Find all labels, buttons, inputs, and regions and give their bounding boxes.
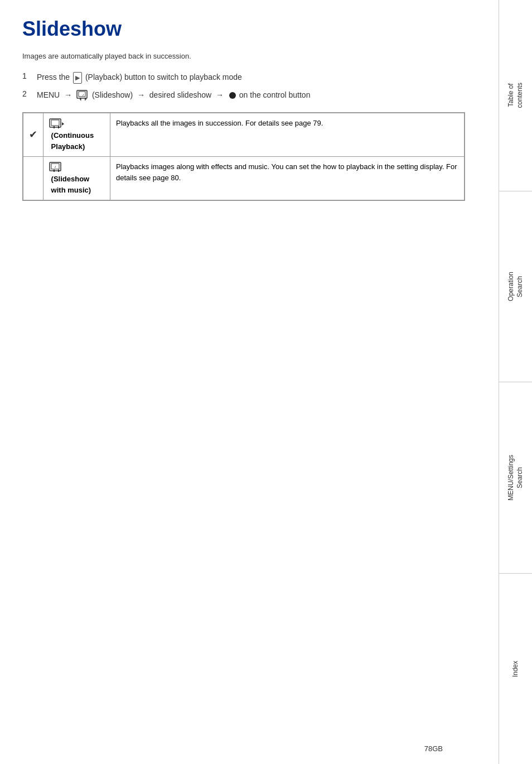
step-1-text: Press the ▶ (Playback) button to switch … bbox=[37, 71, 242, 84]
arrow-2: → bbox=[137, 90, 147, 99]
desc-cell-continuous: Playbacks all the images in succession. … bbox=[110, 113, 465, 157]
continuous-playback-icon bbox=[49, 118, 65, 130]
step-1: 1 Press the ▶ (Playback) button to switc… bbox=[22, 71, 476, 84]
page-wrapper: Slideshow Images are automatically playe… bbox=[0, 0, 532, 764]
svg-rect-2 bbox=[80, 98, 81, 100]
circle-icon bbox=[229, 92, 236, 99]
sidebar-toc-label: Table ofcontents bbox=[507, 83, 524, 108]
icon-cell-slideshow: ♪ (Slideshow with music) bbox=[43, 157, 110, 200]
sidebar-section-toc[interactable]: Table ofcontents bbox=[499, 0, 532, 191]
continuous-playback-label: (Continuous Playback) bbox=[49, 131, 94, 151]
table-container: ✔ (Continu bbox=[22, 112, 465, 201]
sidebar-menu-label: MENU/SettingsSearch bbox=[507, 455, 524, 501]
sidebar: Table ofcontents OperationSearch MENU/Se… bbox=[499, 0, 532, 764]
table-row-continuous: ✔ (Continu bbox=[23, 113, 465, 157]
step-2-desired: desired slideshow bbox=[149, 90, 211, 99]
step-2-text: MENU → ♪ (Slideshow) → desired slideshow… bbox=[37, 89, 310, 101]
check-cell-slideshow bbox=[23, 157, 43, 200]
svg-rect-10 bbox=[58, 126, 59, 128]
page-number: 78GB bbox=[424, 744, 443, 753]
sidebar-index-label: Index bbox=[511, 661, 520, 677]
sidebar-section-menu[interactable]: MENU/SettingsSearch bbox=[499, 382, 532, 574]
step-2-number: 2 bbox=[22, 89, 33, 98]
checkmark-icon: ✔ bbox=[29, 129, 37, 140]
step-2: 2 MENU → ♪ (Slideshow) → desired slidesh… bbox=[22, 89, 476, 101]
svg-rect-15 bbox=[54, 170, 55, 172]
svg-rect-16 bbox=[58, 170, 59, 172]
svg-rect-6 bbox=[51, 120, 59, 126]
features-table: ✔ (Continu bbox=[23, 113, 465, 200]
arrow-1: → bbox=[64, 90, 72, 99]
svg-rect-3 bbox=[85, 98, 86, 100]
main-content: Slideshow Images are automatically playe… bbox=[0, 0, 499, 764]
slideshow-music-icon: ♪ bbox=[49, 161, 65, 174]
sidebar-section-operation[interactable]: OperationSearch bbox=[499, 191, 532, 383]
svg-text:♪: ♪ bbox=[54, 165, 56, 169]
playback-icon: ▶ bbox=[73, 72, 82, 84]
icon-cell-continuous: (Continuous Playback) bbox=[43, 113, 110, 157]
step-2-end: on the control button bbox=[239, 90, 311, 99]
desc-cell-slideshow: Playbacks images along with effects and … bbox=[110, 157, 465, 200]
subtitle: Images are automatically played back in … bbox=[22, 52, 476, 60]
page-title: Slideshow bbox=[22, 17, 476, 41]
slideshow-icon-step2: ♪ bbox=[76, 90, 90, 101]
table-row-slideshow-music: ♪ (Slideshow with music) Playbacks image… bbox=[23, 157, 465, 200]
continuous-playback-desc: Playbacks all the images in succession. … bbox=[116, 119, 323, 127]
svg-text:♪: ♪ bbox=[82, 93, 84, 97]
svg-rect-9 bbox=[54, 126, 55, 128]
slideshow-music-label: (Slideshow with music) bbox=[49, 175, 91, 194]
slideshow-music-desc: Playbacks images along with effects and … bbox=[116, 162, 457, 182]
sidebar-section-index[interactable]: Index bbox=[499, 574, 532, 765]
step-1-number: 1 bbox=[22, 71, 33, 80]
check-cell-continuous: ✔ bbox=[23, 113, 43, 157]
step-2-slideshow-label: (Slideshow) bbox=[92, 90, 133, 99]
arrow-3: → bbox=[216, 90, 226, 99]
sidebar-operation-label: OperationSearch bbox=[507, 272, 524, 301]
